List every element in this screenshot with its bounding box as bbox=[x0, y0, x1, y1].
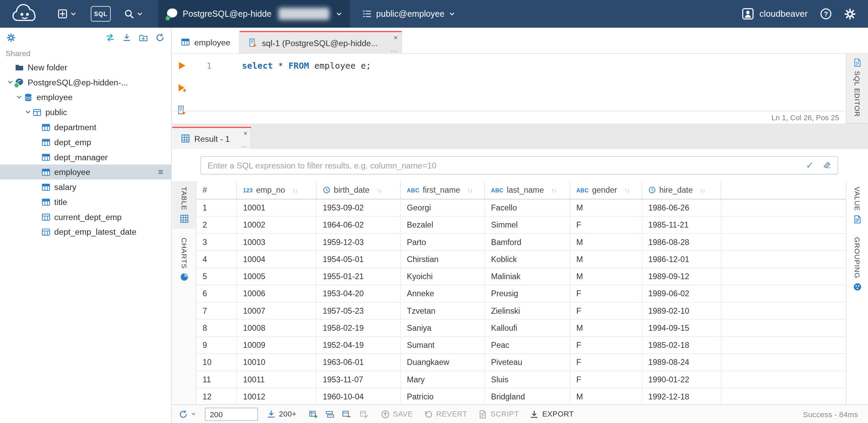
sidebar-item-new-folder[interactable]: New folder bbox=[0, 60, 171, 75]
cell-hire-date[interactable]: 1986-12-01 bbox=[642, 251, 722, 268]
row-number-cell[interactable]: 9 bbox=[197, 337, 237, 354]
duplicate-row-icon[interactable] bbox=[325, 410, 334, 419]
sidebar-item-view-current-dept-emp[interactable]: current_dept_emp bbox=[0, 209, 171, 224]
cell-birth-date[interactable]: 1959-12-03 bbox=[317, 234, 401, 250]
table-row[interactable]: 4 10004 1954-05-01 Chirstian Koblick M 1… bbox=[197, 251, 846, 268]
eraser-icon[interactable] bbox=[823, 160, 831, 169]
cell-first-name[interactable]: Mary bbox=[401, 371, 485, 388]
cell-last-name[interactable]: Bamford bbox=[485, 234, 570, 250]
row-number-cell[interactable]: 12 bbox=[197, 388, 237, 404]
cell-hire-date[interactable]: 1994-09-15 bbox=[642, 319, 722, 336]
cell-gender[interactable]: M bbox=[570, 251, 642, 268]
cell-hire-date[interactable]: 1986-08-28 bbox=[642, 234, 722, 250]
cell-emp-no[interactable]: 10001 bbox=[237, 200, 317, 216]
cell-birth-date[interactable]: 1955-01-21 bbox=[317, 268, 401, 285]
new-object-button[interactable] bbox=[58, 9, 76, 19]
cell-first-name[interactable]: Patricio bbox=[401, 388, 485, 404]
cell-gender[interactable]: F bbox=[570, 217, 642, 233]
column-header-last-name[interactable]: ABC last_name ↑↓ bbox=[485, 181, 570, 199]
execute-new-tab-icon[interactable] bbox=[177, 83, 187, 93]
table-row[interactable]: 1 10001 1953-09-02 Georgi Facello M 1986… bbox=[197, 200, 846, 217]
cell-last-name[interactable]: Sluis bbox=[485, 371, 570, 388]
refresh-results-button[interactable] bbox=[179, 410, 196, 419]
cell-birth-date[interactable]: 1964-06-02 bbox=[317, 217, 401, 233]
sort-icon[interactable]: ↑↓ bbox=[467, 187, 473, 193]
column-header-gender[interactable]: ABC gender ↑↓ bbox=[570, 181, 642, 199]
sort-icon[interactable]: ↑↓ bbox=[551, 187, 556, 193]
tab-sql-editor[interactable]: sql-1 (PostgreSQL@ep-hidde... × … bbox=[240, 31, 402, 53]
cell-birth-date[interactable]: 1958-02-19 bbox=[317, 319, 401, 336]
apply-filter-icon[interactable]: ✓ bbox=[806, 159, 814, 171]
row-number-cell[interactable]: 3 bbox=[197, 234, 237, 250]
sidebar-item-view-dept-emp-latest-date[interactable]: dept_emp_latest_date bbox=[0, 224, 171, 240]
row-number-cell[interactable]: 6 bbox=[197, 285, 237, 302]
cell-gender[interactable]: M bbox=[570, 234, 642, 250]
tab-menu-icon[interactable]: … bbox=[240, 142, 247, 148]
sql-editor[interactable]: 1 select * FROM employee e; Ln 1, Col 26… bbox=[172, 54, 846, 123]
sidebar-item-connection[interactable]: PostgreSQL@ep-hidden-... bbox=[0, 75, 171, 90]
sidebar-item-table-salary[interactable]: salary bbox=[0, 179, 171, 194]
cell-emp-no[interactable]: 10007 bbox=[237, 302, 317, 319]
export-button[interactable]: EXPORT bbox=[530, 410, 574, 419]
tab-menu-icon[interactable]: … bbox=[391, 46, 397, 53]
cell-birth-date[interactable]: 1953-04-20 bbox=[317, 285, 401, 302]
cell-last-name[interactable]: Maliniak bbox=[485, 268, 570, 285]
cell-emp-no[interactable]: 10012 bbox=[237, 388, 317, 404]
cell-emp-no[interactable]: 10006 bbox=[237, 285, 317, 302]
save-button[interactable]: SAVE bbox=[381, 410, 413, 419]
new-folder-icon[interactable] bbox=[139, 33, 148, 42]
table-row[interactable]: 11 10011 1953-11-07 Mary Sluis F 1990-01… bbox=[197, 371, 846, 388]
fetch-more-button[interactable]: 200+ bbox=[267, 410, 296, 419]
tab-charts-view[interactable]: CHARTS bbox=[172, 232, 196, 287]
table-row[interactable]: 5 10005 1955-01-21 Kyoichi Maliniak M 19… bbox=[197, 268, 846, 285]
close-icon[interactable]: × bbox=[394, 34, 398, 41]
sidebar-item-database-employee[interactable]: employee bbox=[0, 90, 171, 105]
cell-first-name[interactable]: Bezalel bbox=[401, 217, 485, 233]
cell-hire-date[interactable]: 1985-02-18 bbox=[642, 337, 722, 354]
delete-row-icon[interactable] bbox=[342, 410, 351, 419]
cell-gender[interactable]: M bbox=[570, 268, 642, 285]
cell-hire-date[interactable]: 1985-11-21 bbox=[642, 217, 722, 233]
cell-last-name[interactable]: Facello bbox=[485, 200, 570, 216]
tab-employee[interactable]: employee bbox=[172, 31, 240, 53]
cell-hire-date[interactable]: 1989-08-24 bbox=[642, 354, 722, 371]
cell-first-name[interactable]: Georgi bbox=[401, 200, 485, 216]
row-number-cell[interactable]: 10 bbox=[197, 354, 237, 371]
script-button[interactable]: SCRIPT bbox=[478, 410, 519, 419]
table-row[interactable]: 7 10007 1957-05-23 Tzvetan Zielinski F 1… bbox=[197, 302, 846, 319]
cell-first-name[interactable]: Saniya bbox=[401, 319, 485, 336]
cell-first-name[interactable]: Sumant bbox=[401, 337, 485, 354]
cell-gender[interactable]: M bbox=[570, 200, 642, 216]
edit-grid-icon[interactable] bbox=[360, 410, 368, 419]
revert-button[interactable]: REVERT bbox=[424, 410, 467, 419]
execute-query-icon[interactable] bbox=[177, 61, 187, 70]
table-row[interactable]: 2 10002 1964-06-02 Bezalel Simmel F 1985… bbox=[197, 217, 846, 234]
cell-last-name[interactable]: Preusig bbox=[485, 285, 570, 302]
cell-gender[interactable]: F bbox=[570, 354, 642, 371]
cell-birth-date[interactable]: 1953-11-07 bbox=[317, 371, 401, 388]
item-menu-icon[interactable]: ≡ bbox=[158, 167, 163, 177]
cell-hire-date[interactable]: 1989-02-10 bbox=[642, 302, 722, 319]
sort-icon[interactable]: ↑↓ bbox=[377, 187, 382, 193]
row-number-cell[interactable]: 4 bbox=[197, 251, 237, 268]
table-row[interactable]: 9 10009 1952-04-19 Sumant Peac F 1985-02… bbox=[197, 337, 846, 354]
cell-first-name[interactable]: Parto bbox=[401, 234, 485, 250]
cell-emp-no[interactable]: 10009 bbox=[237, 337, 317, 354]
cell-emp-no[interactable]: 10002 bbox=[237, 217, 317, 233]
cell-birth-date[interactable]: 1953-09-02 bbox=[317, 200, 401, 216]
row-number-cell[interactable]: 2 bbox=[197, 217, 237, 233]
cell-emp-no[interactable]: 10010 bbox=[237, 354, 317, 371]
tab-result-1[interactable]: Result - 1 × … bbox=[172, 127, 251, 149]
sql-code-line[interactable]: select * FROM employee e; bbox=[242, 61, 371, 71]
cell-hire-date[interactable]: 1992-12-18 bbox=[642, 388, 722, 404]
cell-first-name[interactable]: Tzvetan bbox=[401, 302, 485, 319]
cell-hire-date[interactable]: 1986-06-26 bbox=[642, 200, 722, 216]
cell-hire-date[interactable]: 1990-01-22 bbox=[642, 371, 722, 388]
cell-first-name[interactable]: Anneke bbox=[401, 285, 485, 302]
cell-gender[interactable]: M bbox=[570, 388, 642, 404]
cell-last-name[interactable]: Kalloufi bbox=[485, 319, 570, 336]
cell-gender[interactable]: F bbox=[570, 371, 642, 388]
cell-gender[interactable]: F bbox=[570, 337, 642, 354]
sort-icon[interactable]: ↑↓ bbox=[700, 187, 705, 193]
sort-icon[interactable]: ↑↓ bbox=[292, 187, 297, 193]
